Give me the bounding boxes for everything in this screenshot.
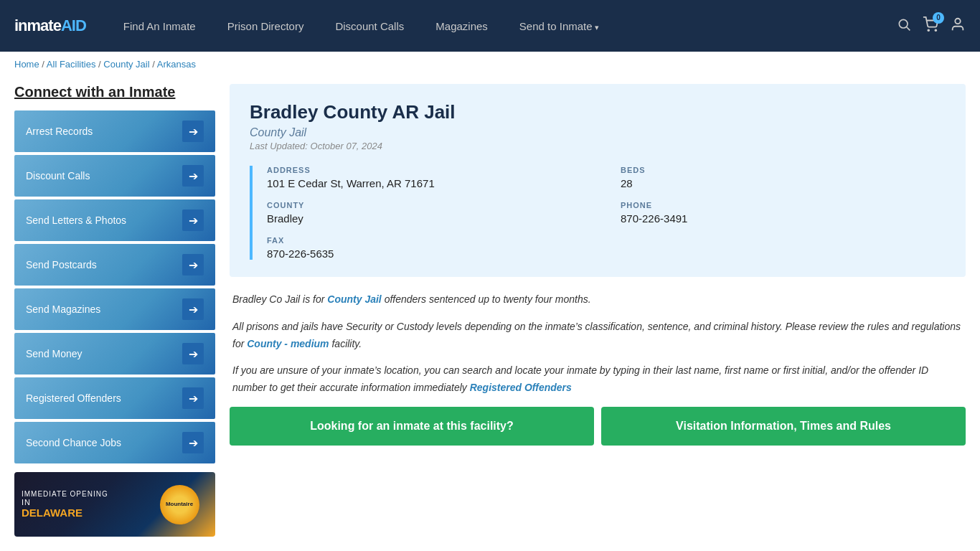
sidebar-item-send-magazines[interactable]: Send Magazines ➔ [14, 288, 215, 330]
detail-county: COUNTY Bradley [267, 201, 592, 225]
sidebar-label-second-chance-jobs: Second Chance Jobs [26, 437, 121, 448]
sidebar-arrow-arrest-records: ➔ [182, 121, 204, 142]
address-value: 101 E Cedar St, Warren, AR 71671 [267, 177, 592, 189]
county-value: Bradley [267, 212, 592, 225]
breadcrumb: Home / All Facilities / County Jail / Ar… [0, 52, 980, 77]
sidebar-item-send-postcards[interactable]: Send Postcards ➔ [14, 244, 215, 286]
sidebar-label-discount-calls: Discount Calls [26, 170, 90, 182]
desc-para3-prefix: If you are unsure of your inmate’s locat… [232, 364, 928, 393]
phone-value: 870-226-3491 [621, 212, 946, 225]
fax-value: 870-226-5635 [267, 248, 592, 260]
breadcrumb-county-jail[interactable]: County Jail [103, 59, 149, 70]
desc-county-jail-link[interactable]: County Jail [327, 293, 381, 305]
desc-para1: Bradley Co Jail is for County Jail offen… [232, 291, 963, 309]
banner-immediate: IMMEDIATE OPENING [22, 490, 151, 498]
nav-find-inmate[interactable]: Find An Inmate [108, 20, 212, 32]
desc-para2-suffix: facility. [329, 338, 362, 349]
sidebar-label-arrest-records: Arrest Records [26, 126, 93, 137]
svg-line-1 [907, 27, 910, 30]
sidebar-menu: Arrest Records ➔ Discount Calls ➔ Send L… [14, 110, 215, 463]
description: Bradley Co Jail is for County Jail offen… [230, 291, 966, 397]
sidebar-label-send-letters: Send Letters & Photos [26, 215, 126, 226]
visitation-info-button[interactable]: Visitation Information, Times and Rules [601, 407, 966, 446]
facility-updated: Last Updated: October 07, 2024 [250, 141, 946, 151]
sidebar-item-registered-offenders[interactable]: Registered Offenders ➔ [14, 377, 215, 419]
sidebar-arrow-send-money: ➔ [182, 343, 204, 364]
action-buttons: Looking for an inmate at this facility? … [230, 407, 966, 446]
sidebar-title: Connect with an Inmate [14, 84, 215, 100]
main-nav: Find An Inmate Prison Directory Discount… [108, 20, 897, 32]
sidebar-item-second-chance-jobs[interactable]: Second Chance Jobs ➔ [14, 422, 215, 463]
nav-magazines[interactable]: Magazines [420, 20, 504, 32]
sidebar-item-discount-calls[interactable]: Discount Calls ➔ [14, 155, 215, 197]
main-content: Bradley County AR Jail County Jail Last … [230, 84, 966, 537]
svg-point-3 [935, 29, 936, 31]
phone-label: PHONE [621, 201, 946, 209]
facility-name: Bradley County AR Jail [250, 101, 946, 123]
desc-para2: All prisons and jails have Security or C… [232, 319, 963, 353]
desc-para1-prefix: Bradley Co Jail is for [232, 293, 327, 305]
header-icons: 0 [897, 17, 966, 36]
mountaire-logo-text: Mountaire [166, 501, 193, 508]
desc-registered-offenders-link[interactable]: Registered Offenders [470, 382, 572, 393]
desc-county-medium-link[interactable]: County - medium [247, 338, 329, 349]
sidebar-label-send-postcards: Send Postcards [26, 259, 97, 270]
sidebar-item-arrest-records[interactable]: Arrest Records ➔ [14, 110, 215, 152]
sidebar-arrow-send-letters: ➔ [182, 209, 204, 231]
logo-text: inmateAID [14, 17, 86, 35]
nav-discount-calls[interactable]: Discount Calls [319, 20, 420, 32]
detail-address: ADDRESS 101 E Cedar St, Warren, AR 71671 [267, 166, 592, 189]
sidebar-item-send-letters[interactable]: Send Letters & Photos ➔ [14, 199, 215, 241]
logo-accent: AID [61, 17, 86, 34]
county-label: COUNTY [267, 201, 592, 209]
svg-point-0 [899, 19, 908, 28]
facility-details: ADDRESS 101 E Cedar St, Warren, AR 71671… [250, 166, 946, 260]
facility-type: County Jail [250, 126, 946, 139]
beds-value: 28 [621, 177, 946, 189]
detail-phone: PHONE 870-226-3491 [621, 201, 946, 225]
sidebar-arrow-send-magazines: ➔ [182, 298, 204, 320]
sidebar-arrow-second-chance-jobs: ➔ [182, 432, 204, 453]
sidebar-arrow-discount-calls: ➔ [182, 165, 204, 187]
mountaire-logo: Mountaire [160, 485, 199, 524]
breadcrumb-home[interactable]: Home [14, 59, 39, 70]
desc-para1-suffix: offenders sentenced up to twenty four mo… [382, 293, 591, 305]
sidebar-item-send-money[interactable]: Send Money ➔ [14, 333, 215, 375]
nav-send-to-inmate[interactable]: Send to Inmate [504, 20, 615, 32]
svg-point-4 [955, 18, 960, 23]
banner-logo-area: Mountaire [151, 479, 208, 529]
logo[interactable]: inmateAID [14, 17, 86, 35]
breadcrumb-arkansas[interactable]: Arkansas [157, 59, 196, 70]
facility-card: Bradley County AR Jail County Jail Last … [230, 84, 966, 277]
fax-label: FAX [267, 236, 592, 245]
svg-point-2 [928, 29, 929, 31]
beds-label: BEDS [621, 166, 946, 174]
sidebar-arrow-send-postcards: ➔ [182, 254, 204, 276]
detail-fax: FAX 870-226-5635 [267, 236, 592, 260]
header: inmateAID Find An Inmate Prison Director… [0, 0, 980, 52]
desc-para3: If you are unsure of your inmate’s locat… [232, 362, 963, 397]
banner-location: DELAWARE [22, 507, 151, 519]
sidebar-banner[interactable]: IMMEDIATE OPENING IN DELAWARE Mountaire [14, 472, 215, 537]
sidebar-label-send-money: Send Money [26, 348, 83, 359]
detail-beds: BEDS 28 [621, 166, 946, 189]
cart-badge: 0 [933, 12, 944, 24]
sidebar-label-send-magazines: Send Magazines [26, 303, 100, 315]
sidebar-arrow-registered-offenders: ➔ [182, 387, 204, 409]
find-inmate-button[interactable]: Looking for an inmate at this facility? [230, 407, 594, 446]
sidebar: Connect with an Inmate Arrest Records ➔ … [14, 84, 215, 537]
breadcrumb-all-facilities[interactable]: All Facilities [47, 59, 96, 70]
banner-text: IMMEDIATE OPENING IN DELAWARE [22, 490, 151, 519]
address-label: ADDRESS [267, 166, 592, 174]
main-layout: Connect with an Inmate Arrest Records ➔ … [0, 77, 980, 551]
cart-icon[interactable]: 0 [923, 17, 938, 36]
search-icon[interactable] [897, 17, 911, 35]
nav-prison-directory[interactable]: Prison Directory [212, 20, 320, 32]
banner-in: IN [22, 498, 151, 507]
user-icon[interactable] [950, 17, 966, 36]
sidebar-label-registered-offenders: Registered Offenders [26, 392, 121, 404]
